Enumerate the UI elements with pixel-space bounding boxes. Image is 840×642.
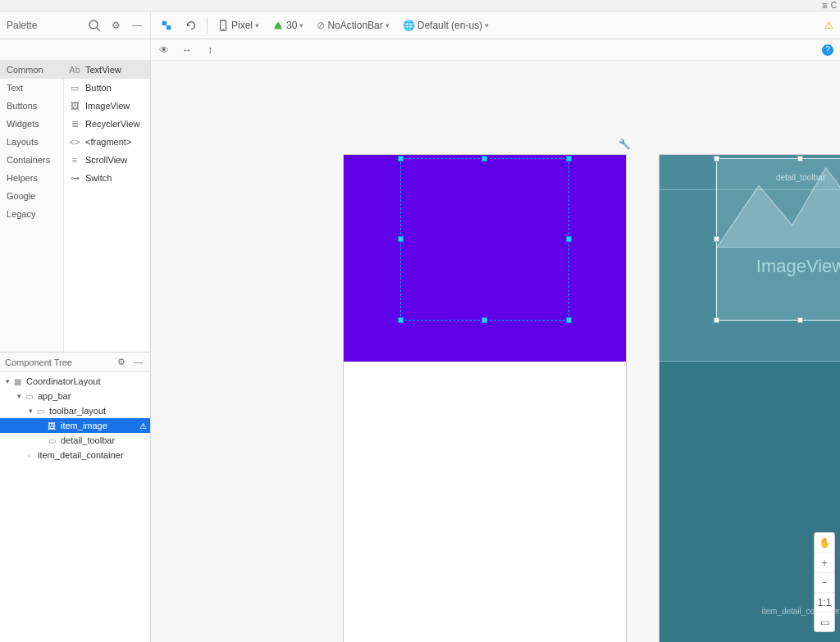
palette-categories: CommonTextButtonsWidgetsLayoutsContainer… bbox=[0, 61, 64, 352]
help-icon[interactable]: ? bbox=[822, 44, 833, 56]
warning-icon[interactable]: ⚠ bbox=[139, 421, 147, 430]
resize-handle[interactable] bbox=[482, 156, 487, 162]
default-margins-icon[interactable]: ↕ bbox=[203, 43, 217, 57]
tree-node-label: item_detail_container bbox=[38, 450, 124, 460]
tree-node-item_image[interactable]: 🖼item_image⚠ bbox=[0, 418, 150, 433]
palette-category-helpers[interactable]: Helpers bbox=[0, 169, 63, 187]
tree-node-toolbar_layout[interactable]: ▾▭toolbar_layout bbox=[0, 403, 150, 418]
zoom-in-button[interactable]: ＋ bbox=[815, 553, 834, 572]
globe-icon: 🌐 bbox=[403, 20, 415, 31]
img-icon: 🖼 bbox=[46, 420, 57, 431]
wrench-icon[interactable]: 🔧 bbox=[619, 139, 631, 150]
locale-picker[interactable]: 🌐 Default (en-us) ▾ bbox=[399, 18, 492, 33]
resize-handle[interactable] bbox=[714, 236, 719, 242]
tree-node-app_bar[interactable]: ▾▭app_bar bbox=[0, 389, 150, 403]
palette-item-textview[interactable]: AbTextView bbox=[64, 61, 150, 79]
warnings-icon[interactable]: ⚠ bbox=[824, 20, 833, 31]
search-icon[interactable] bbox=[88, 19, 101, 32]
palette-item-recyclerview[interactable]: ≣RecyclerView bbox=[64, 115, 150, 133]
visibility-icon[interactable]: 👁 bbox=[158, 43, 171, 57]
palette-item-label: ImageView bbox=[85, 101, 130, 111]
palette-category-layouts[interactable]: Layouts bbox=[0, 133, 63, 151]
expand-arrow-icon[interactable]: ▾ bbox=[26, 407, 34, 415]
resize-handle[interactable] bbox=[714, 317, 719, 323]
palette-category-buttons[interactable]: Buttons bbox=[0, 97, 63, 115]
menu-bar: ≡ C bbox=[0, 0, 840, 11]
resize-handle[interactable] bbox=[398, 236, 404, 242]
resize-handle[interactable] bbox=[714, 156, 719, 162]
palette-item-imageview[interactable]: 🖼ImageView bbox=[64, 97, 150, 115]
api-picker[interactable]: 30 ▾ bbox=[269, 18, 307, 33]
svg-line-1 bbox=[97, 28, 100, 31]
menu-letter: C bbox=[831, 1, 837, 10]
btn-icon: ▭ bbox=[69, 82, 80, 93]
palette-item-button[interactable]: ▭Button bbox=[64, 79, 150, 97]
design-surface-toggle[interactable] bbox=[158, 18, 176, 33]
palette-item-label: Switch bbox=[85, 173, 112, 183]
pan-icon[interactable]: ✋ bbox=[815, 533, 834, 553]
tree-node-detail_toolbar[interactable]: ▭detail_toolbar bbox=[0, 433, 150, 448]
appbar-icon: ▭ bbox=[23, 390, 34, 402]
tree-node-label: app_bar bbox=[38, 391, 71, 401]
main-toolbar: Palette ⚙ — Pixel ▾ 30 ▾ ⊘ NoActionBar ▾ bbox=[0, 11, 840, 39]
resize-handle[interactable] bbox=[797, 156, 803, 162]
appbar-region[interactable] bbox=[344, 155, 626, 362]
frame-icon: ▫ bbox=[23, 449, 34, 461]
device-picker[interactable]: Pixel ▾ bbox=[214, 18, 262, 33]
hamburger-icon[interactable]: ≡ bbox=[822, 0, 828, 11]
view-options-bar: 👁 ↔ ↕ ? bbox=[0, 39, 840, 61]
collapse-icon[interactable]: — bbox=[134, 357, 145, 368]
scroll-icon: ≡ bbox=[69, 154, 80, 166]
selection-item-image[interactable] bbox=[400, 158, 569, 321]
svg-point-0 bbox=[89, 20, 98, 29]
svg-point-5 bbox=[222, 28, 223, 29]
list-icon: ≣ bbox=[69, 118, 80, 130]
palette-items: AbTextView▭Button🖼ImageView≣RecyclerView… bbox=[64, 61, 150, 352]
chevron-down-icon: ▾ bbox=[255, 21, 259, 30]
zoom-out-button[interactable]: － bbox=[815, 572, 834, 592]
palette-title: Palette bbox=[7, 20, 80, 31]
locale-label: Default (en-us) bbox=[418, 20, 482, 31]
component-tree: ▾▦CoordinatorLayout▾▭app_bar▾▭toolbar_la… bbox=[0, 372, 150, 642]
blueprint-appbar[interactable]: detail_toolbar ImageView bbox=[660, 155, 840, 362]
resize-handle[interactable] bbox=[566, 236, 572, 242]
tree-node-coordinatorlayout[interactable]: ▾▦CoordinatorLayout bbox=[0, 374, 150, 389]
blueprint-selection[interactable]: ImageView bbox=[716, 158, 840, 321]
collapse-icon[interactable]: — bbox=[130, 19, 144, 32]
expand-arrow-icon[interactable]: ▾ bbox=[3, 377, 11, 385]
gear-icon[interactable]: ⚙ bbox=[109, 19, 122, 32]
chevron-down-icon: ▾ bbox=[299, 21, 304, 30]
api-label: 30 bbox=[286, 20, 297, 31]
palette-item-fragment[interactable]: <><fragment> bbox=[64, 133, 150, 151]
resize-handle[interactable] bbox=[566, 156, 572, 162]
palette-item-switch[interactable]: ⊶Switch bbox=[64, 169, 150, 187]
autoconnect-icon[interactable]: ↔ bbox=[180, 43, 194, 57]
tree-node-item_detail_container[interactable]: ▫item_detail_container bbox=[0, 448, 150, 462]
palette-category-common[interactable]: Common bbox=[0, 61, 63, 79]
chevron-down-icon: ▾ bbox=[386, 21, 390, 30]
palette-category-legacy[interactable]: Legacy bbox=[0, 205, 63, 223]
palette-category-widgets[interactable]: Widgets bbox=[0, 115, 63, 133]
palette-category-text[interactable]: Text bbox=[0, 79, 63, 97]
expand-arrow-icon[interactable]: ▾ bbox=[15, 392, 23, 400]
resize-handle[interactable] bbox=[398, 156, 404, 162]
palette-item-scrollview[interactable]: ≡ScrollView bbox=[64, 151, 150, 169]
switch-icon: ⊶ bbox=[69, 172, 80, 184]
resize-handle[interactable] bbox=[482, 317, 487, 323]
palette-item-label: ScrollView bbox=[85, 155, 127, 165]
resize-handle[interactable] bbox=[797, 317, 803, 323]
theme-picker[interactable]: ⊘ NoActionBar ▾ bbox=[313, 18, 392, 33]
toolbar-icon: ▭ bbox=[34, 405, 46, 417]
design-surface[interactable] bbox=[344, 155, 626, 642]
orientation-toggle[interactable] bbox=[182, 18, 200, 33]
palette-category-containers[interactable]: Containers bbox=[0, 151, 63, 169]
blueprint-container-label: item_detail_container bbox=[660, 607, 840, 616]
palette-category-google[interactable]: Google bbox=[0, 187, 63, 205]
gear-icon[interactable]: ⚙ bbox=[117, 357, 129, 368]
zoom-fit-button[interactable]: ▭ bbox=[815, 612, 834, 631]
resize-handle[interactable] bbox=[566, 317, 572, 323]
resize-handle[interactable] bbox=[398, 317, 404, 323]
design-canvas[interactable]: detail_toolbar ImageView bbox=[151, 61, 840, 642]
zoom-1to1-button[interactable]: 1:1 bbox=[815, 592, 834, 612]
blueprint-surface[interactable]: detail_toolbar ImageView bbox=[660, 155, 840, 642]
